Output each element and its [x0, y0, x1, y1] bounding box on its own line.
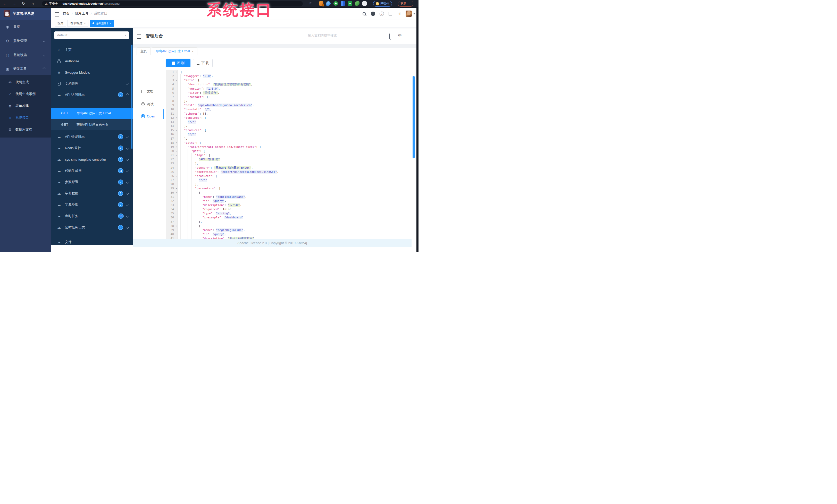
- indent-guide: [180, 228, 184, 232]
- hamburger-icon[interactable]: [55, 12, 59, 17]
- menu-fold-icon[interactable]: [137, 35, 141, 39]
- fold-arrow-icon[interactable]: ▾: [176, 186, 177, 191]
- swagger-menu-字典数据[interactable]: ☁字典数据7: [51, 188, 133, 199]
- blue-drop-extension-icon[interactable]: [326, 1, 331, 6]
- indent-guide: [192, 220, 195, 224]
- fullscreen-icon[interactable]: [386, 7, 395, 20]
- swagger-menu-Authorize[interactable]: Authorize: [51, 56, 133, 67]
- page-tab-系统接口[interactable]: 系统接口×: [90, 20, 114, 27]
- back-icon[interactable]: ←: [2, 1, 8, 6]
- browser-menu-icon[interactable]: ⋮: [408, 2, 411, 6]
- url-bar[interactable]: ⚠ 不安全 dashboard.yudao.iocoder.cn/tool/sw…: [42, 1, 303, 6]
- sidebar-subitem-代码生成[interactable]: </>代码生成: [0, 76, 51, 88]
- bookmark-star-icon[interactable]: ☆: [309, 1, 312, 5]
- download-button[interactable]: 下载: [193, 59, 213, 68]
- indent-guide: [184, 132, 188, 136]
- fold-arrow-icon[interactable]: ▾: [176, 174, 177, 178]
- refresh-icon[interactable]: ↻: [21, 1, 26, 6]
- white-puzzle-extension-icon[interactable]: [362, 1, 367, 6]
- breadcrumb-tools[interactable]: 研发工具: [75, 11, 89, 16]
- forward-icon[interactable]: →: [11, 1, 17, 6]
- page-tab-表单构建[interactable]: 表单构建×: [68, 20, 88, 27]
- swagger-menu-Redis 监控[interactable]: ☁Redis 监控2: [51, 143, 133, 154]
- fold-arrow-icon[interactable]: ▾: [176, 128, 177, 132]
- fold-arrow-icon[interactable]: ▾: [176, 78, 177, 82]
- breadcrumb-home[interactable]: 首页: [63, 11, 70, 16]
- indent-guide: [199, 199, 202, 203]
- json-key: "description": [188, 83, 210, 86]
- api-item-获得API 访问日志分页[interactable]: GET获得API 访问日志分页: [51, 119, 133, 130]
- close-icon[interactable]: ×: [84, 22, 86, 25]
- search-icon[interactable]: [360, 7, 369, 20]
- swagger-menu-API 错误日志[interactable]: ☁API 错误日志3: [51, 131, 133, 143]
- fold-arrow-icon[interactable]: ▾: [176, 149, 177, 153]
- json-key: "tags": [195, 153, 206, 157]
- code-line: 38▾{: [166, 224, 416, 228]
- profile-paused-button[interactable]: 已暂停: [373, 1, 392, 7]
- swagger-menu-Swagger Models[interactable]: ◈Swagger Models: [51, 67, 133, 78]
- sidebar-scrollbar[interactable]: [131, 44, 132, 149]
- doc-search-input[interactable]: 输入文档关键字搜索: [308, 34, 386, 40]
- close-icon[interactable]: ×: [192, 50, 194, 53]
- fold-arrow-icon[interactable]: ▾: [176, 70, 177, 74]
- sidebar-item-系统管理[interactable]: ⚙系统管理: [0, 35, 51, 48]
- swagger-menu-定时任务[interactable]: ☁定时任务10: [51, 210, 133, 222]
- close-icon[interactable]: ×: [110, 22, 111, 25]
- sidebar-item-研发工具[interactable]: ▣研发工具: [0, 62, 51, 75]
- fold-arrow-icon[interactable]: ▾: [176, 153, 177, 157]
- app-logo[interactable]: 芋道管理系统: [0, 7, 51, 20]
- side-tab-调试[interactable]: 调试: [141, 102, 154, 107]
- green-leaf-extension-icon[interactable]: [355, 1, 359, 6]
- fold-arrow-icon[interactable]: ▾: [176, 145, 177, 149]
- sidebar-subitem-表单构建[interactable]: ▦表单构建: [0, 100, 51, 112]
- json-token: :: [200, 91, 203, 94]
- sidebar-item-基础设施[interactable]: ▢基础设施: [0, 49, 51, 61]
- copy-button[interactable]: 复制: [166, 59, 191, 68]
- swagger-menu-API 访问日志[interactable]: ☁API 访问日志2: [51, 89, 133, 100]
- doc-tab-主页[interactable]: 主页: [137, 48, 151, 55]
- green-check-extension-icon[interactable]: [334, 1, 338, 6]
- chevron-down-icon[interactable]: [413, 13, 415, 16]
- json-token: ,: [251, 83, 252, 86]
- indent-guide: [199, 237, 202, 239]
- doc-search-icon[interactable]: [389, 34, 390, 39]
- fold-arrow-icon[interactable]: ▾: [176, 191, 177, 195]
- swagger-menu-参数配置[interactable]: ☁参数配置7: [51, 176, 133, 188]
- sidebar-subitem-数据库文档[interactable]: ▤数据库文档: [0, 124, 51, 135]
- language-toggle[interactable]: 中: [398, 34, 402, 38]
- swagger-menu-文件[interactable]: ☁文件: [51, 237, 133, 245]
- side-tab-Open[interactable]: Open: [141, 114, 155, 118]
- swagger-menu-代码生成器[interactable]: ☁代码生成器11: [51, 165, 133, 176]
- page-tab-首页[interactable]: 首页: [55, 20, 66, 27]
- api-item-导出API 访问日志 Excel[interactable]: GET导出API 访问日志 Excel: [51, 108, 133, 119]
- fold-arrow-icon[interactable]: ▾: [176, 224, 177, 228]
- main-scrollbar[interactable]: [413, 76, 415, 158]
- group-select[interactable]: default ▾: [54, 32, 129, 39]
- fold-arrow-icon[interactable]: ▾: [176, 116, 177, 120]
- swagger-menu-sys-sms-template-controller[interactable]: ☁sys-sms-template-controller7: [51, 154, 133, 165]
- doc-tab-导出API 访问日志 Excel[interactable]: 导出API 访问日志 Excel×: [152, 48, 197, 55]
- home-icon[interactable]: ⌂: [30, 1, 36, 6]
- sidebar-subitem-系统接口[interactable]: ≡系统接口: [0, 112, 51, 124]
- avatar[interactable]: [406, 11, 412, 17]
- orange-extension-icon[interactable]: 1: [319, 1, 323, 6]
- code-editor[interactable]: 1▾{2"swagger": "2.0",3▾"info": {4"descri…: [166, 67, 416, 239]
- sidebar-subitem-代码生成示例[interactable]: ☑代码生成示例: [0, 88, 51, 100]
- font-size-icon[interactable]: TT: [395, 7, 404, 20]
- github-icon[interactable]: [369, 7, 377, 20]
- indent-guide: [188, 178, 191, 182]
- side-tab-文档[interactable]: 文档: [141, 89, 153, 94]
- swagger-menu-文档管理[interactable]: 文档管理: [51, 78, 133, 89]
- update-button[interactable]: 更新 ⋮: [398, 1, 413, 7]
- line-number: 29▾: [166, 186, 178, 191]
- blue-grid-extension-icon[interactable]: [341, 1, 345, 6]
- swagger-menu-主页[interactable]: ⌂主页: [51, 44, 133, 56]
- swagger-menu-定时任务日志[interactable]: ☁定时任务日志4: [51, 222, 133, 233]
- translator-extension-icon[interactable]: en: [348, 1, 352, 6]
- help-icon[interactable]: ?: [377, 7, 386, 20]
- swagger-menu-字典类型[interactable]: ☁字典类型7: [51, 199, 133, 210]
- fold-arrow-icon[interactable]: ▾: [176, 141, 177, 145]
- code-line: 17],: [166, 137, 416, 141]
- sidebar-item-首页[interactable]: ◉首页: [0, 20, 51, 33]
- indent-guide: [184, 232, 188, 237]
